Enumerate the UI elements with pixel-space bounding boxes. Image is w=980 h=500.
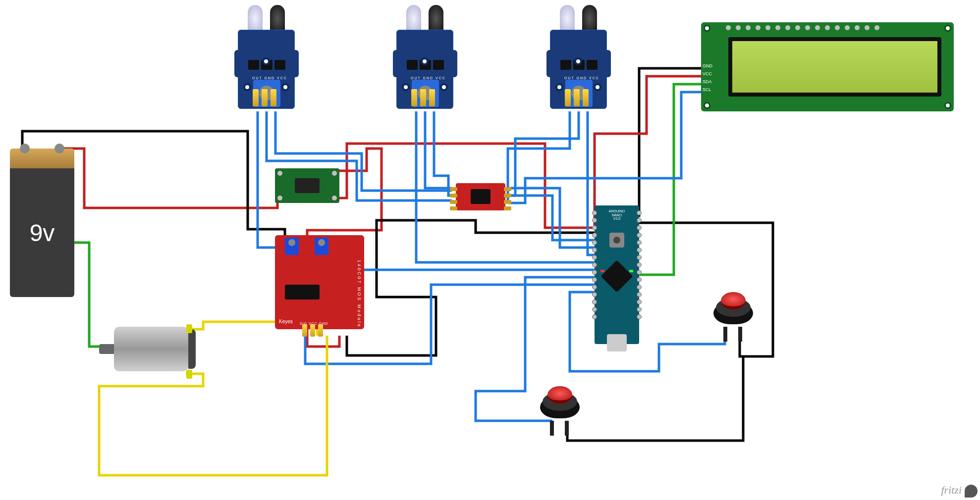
ir-emitter-icon	[560, 5, 575, 32]
ir-pin-labels: OUT GND VCC	[252, 76, 287, 80]
ir-pin-labels: OUT GND VCC	[411, 76, 446, 80]
arduino-nano: ARDUINO NANO V3.0	[595, 205, 639, 344]
ir-receiver-icon	[582, 5, 597, 32]
ir-emitter-icon	[406, 5, 421, 32]
motor-cap	[188, 329, 196, 369]
dc-motor	[99, 322, 188, 376]
ir-pin-labels: OUT GND VCC	[564, 76, 599, 80]
schematic-canvas: 9v OUT GND VCC OUT GND VCC	[0, 0, 980, 500]
battery-terminal-neg	[20, 144, 30, 153]
lcd-i2c-labels: GND VCC SDA SCL	[703, 62, 712, 94]
motor-shaft	[99, 344, 114, 354]
battery-terminal-pos	[54, 144, 64, 153]
fritzing-watermark: fritzi	[941, 484, 978, 498]
fritzing-logo-icon	[965, 485, 978, 498]
mosfet-module: 140C07 MOS Module Keyes SIG VCC GND	[275, 235, 364, 329]
push-button-2	[535, 381, 585, 423]
lcd-16x2-i2c: GND VCC SDA SCL	[701, 22, 954, 111]
ir-receiver-icon	[270, 5, 285, 32]
battery-9v: 9v	[10, 149, 74, 297]
motor-terminal-1	[186, 324, 192, 333]
ir-receiver-icon	[429, 5, 443, 32]
button-cap-icon	[721, 292, 746, 309]
nano-usb-port	[607, 334, 627, 351]
mosfet-pin-labels: SIG VCC GND	[300, 322, 328, 325]
button-cap-icon	[547, 386, 572, 403]
motor-terminal-2	[186, 370, 192, 379]
mosfet-brand-label: Keyes	[279, 319, 293, 324]
motor-body	[114, 327, 188, 371]
battery-label: 9v	[10, 168, 74, 297]
level-shifter-ic	[471, 189, 490, 204]
nano-mcu-icon	[600, 260, 633, 292]
level-shifter-module	[456, 183, 505, 210]
ir-sensor-3: OUT GND VCC	[550, 5, 607, 124]
push-button-1	[708, 287, 758, 329]
buck-converter	[275, 168, 339, 203]
mosfet-side-label: 140C07 MOS Module	[357, 260, 362, 328]
nano-reset-button	[609, 233, 624, 248]
ir-emitter-icon	[248, 5, 263, 32]
lcd-screen	[728, 37, 941, 97]
mosfet-chip-icon	[285, 285, 320, 300]
nano-label: ARDUINO NANO V3.0	[604, 209, 629, 221]
ir-sensor-1: OUT GND VCC	[238, 5, 295, 124]
ir-sensor-2: OUT GND VCC	[396, 5, 453, 124]
buck-ic	[295, 178, 320, 193]
